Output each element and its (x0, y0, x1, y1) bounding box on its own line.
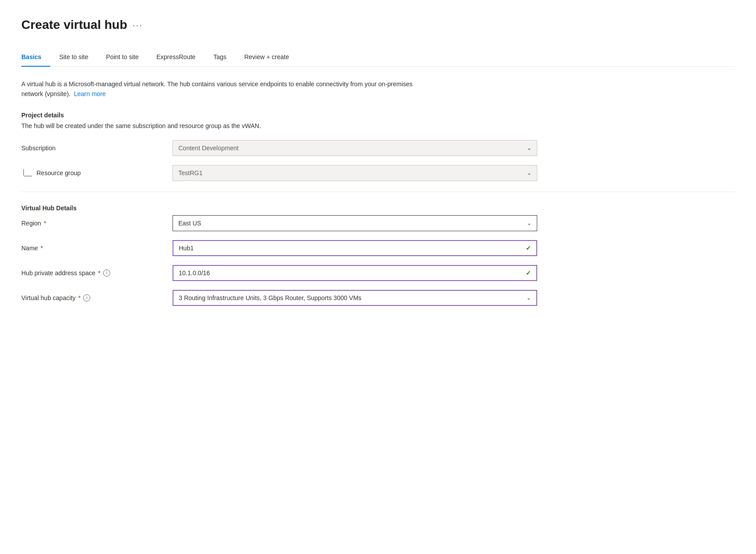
subscription-chevron-icon: ⌄ (527, 145, 531, 151)
region-chevron-icon: ⌄ (527, 220, 531, 226)
hub-address-label: Hub private address space * i (21, 269, 173, 277)
hub-capacity-control[interactable]: 3 Routing Infrastructure Units, 3 Gbps R… (173, 290, 537, 306)
hub-address-input[interactable]: 10.1.0.0/16 ✓ (173, 265, 537, 281)
hub-capacity-chevron-icon: ⌄ (527, 295, 531, 301)
project-details-subtext: The hub will be created under the same s… (21, 122, 735, 129)
hub-address-row: Hub private address space * i 10.1.0.0/1… (21, 265, 735, 281)
hub-capacity-row: Virtual hub capacity * i 3 Routing Infra… (21, 290, 735, 306)
name-value: Hub1 (179, 245, 193, 252)
resource-group-chevron-icon: ⌄ (527, 170, 531, 176)
tab-basics[interactable]: Basics (21, 48, 50, 67)
resource-group-connector: Resource group (21, 169, 173, 177)
tab-navigation: Basics Site to site Point to site Expres… (21, 48, 735, 67)
subscription-label: Subscription (21, 145, 173, 152)
tab-review-create[interactable]: Review + create (235, 48, 298, 67)
tab-point-to-site[interactable]: Point to site (97, 48, 148, 67)
hub-address-required-star: * (98, 269, 101, 277)
resource-group-dropdown: TestRG1 ⌄ (173, 165, 537, 181)
region-required-star: * (44, 220, 46, 227)
name-checkmark-icon: ✓ (526, 245, 531, 252)
hub-address-info-icon[interactable]: i (103, 269, 110, 277)
section-divider (21, 192, 735, 192)
resource-group-label: Resource group (36, 169, 81, 177)
name-label: Name * (21, 245, 173, 252)
subscription-dropdown: Content Development ⌄ (173, 140, 537, 156)
region-value: East US (178, 220, 201, 227)
learn-more-link[interactable]: Learn more (74, 90, 106, 97)
tab-tags[interactable]: Tags (205, 48, 236, 67)
resource-group-control: TestRG1 ⌄ (173, 165, 537, 181)
title-more-options[interactable]: ··· (133, 20, 143, 30)
region-dropdown[interactable]: East US ⌄ (173, 215, 537, 231)
hub-capacity-info-icon[interactable]: i (83, 294, 90, 301)
hub-capacity-dropdown[interactable]: 3 Routing Infrastructure Units, 3 Gbps R… (173, 290, 537, 306)
page-title: Create virtual hub (21, 18, 127, 32)
hub-capacity-value: 3 Routing Infrastructure Units, 3 Gbps R… (179, 294, 362, 301)
region-label: Region * (21, 220, 173, 227)
hub-address-value: 10.1.0.0/16 (179, 269, 210, 277)
hub-address-checkmark-icon: ✓ (526, 269, 531, 277)
hub-capacity-required-star: * (78, 294, 80, 301)
region-control[interactable]: East US ⌄ (173, 215, 537, 231)
hub-capacity-label: Virtual hub capacity * i (21, 294, 173, 301)
page-description: A virtual hub is a Microsoft-managed vir… (21, 79, 422, 99)
subscription-value: Content Development (178, 145, 238, 152)
name-control[interactable]: Hub1 ✓ (173, 240, 537, 256)
resource-group-row: Resource group TestRG1 ⌄ (21, 165, 735, 181)
name-required-star: * (40, 245, 43, 252)
virtual-hub-details-header: Virtual Hub Details (21, 205, 735, 212)
resource-group-value: TestRG1 (178, 169, 202, 177)
tab-expressroute[interactable]: ExpressRoute (148, 48, 205, 67)
subscription-row: Subscription Content Development ⌄ (21, 140, 735, 156)
subscription-control: Content Development ⌄ (173, 140, 537, 156)
project-details-header: Project details (21, 112, 735, 119)
name-row: Name * Hub1 ✓ (21, 240, 735, 256)
hub-address-control[interactable]: 10.1.0.0/16 ✓ (173, 265, 537, 281)
region-row: Region * East US ⌄ (21, 215, 735, 231)
name-input[interactable]: Hub1 ✓ (173, 240, 537, 256)
tab-site-to-site[interactable]: Site to site (50, 48, 97, 67)
